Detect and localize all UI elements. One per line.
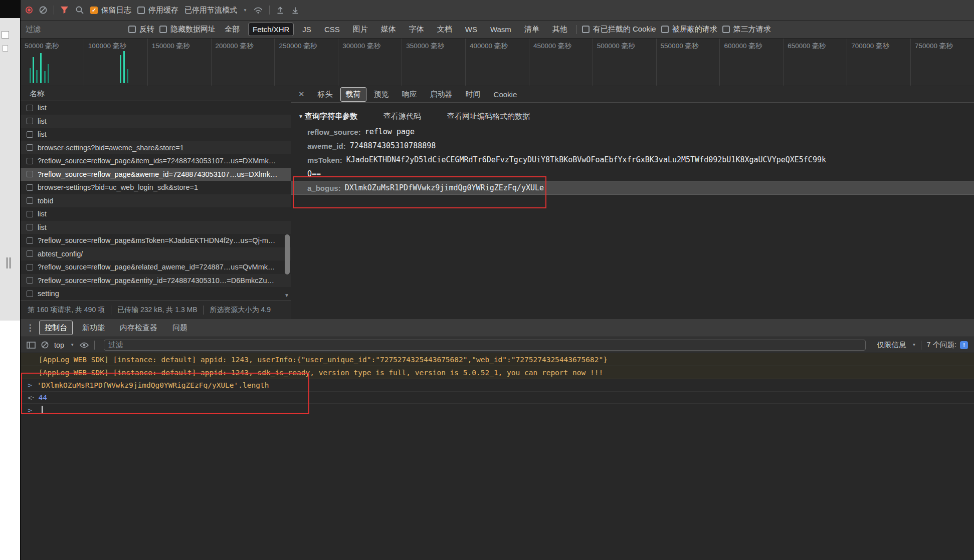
checkbox-unchecked-icon — [661, 26, 669, 33]
filter-type-all[interactable]: 全部 — [221, 23, 244, 36]
filter-type-media[interactable]: 媒体 — [377, 23, 400, 36]
request-list-header: 名称 — [21, 86, 291, 101]
live-expression-eye-icon[interactable] — [79, 342, 89, 349]
request-checkbox[interactable] — [27, 144, 33, 151]
record-network-log-icon[interactable] — [26, 7, 33, 14]
divider — [204, 306, 204, 315]
tab-cookies[interactable]: Cookie — [489, 88, 522, 101]
tab-timing[interactable]: 时间 — [461, 88, 486, 101]
export-har-icon[interactable] — [291, 6, 300, 15]
blocked-requests-label: 被屏蔽的请求 — [672, 25, 717, 34]
close-icon[interactable]: ✕ — [298, 90, 305, 99]
filter-type-fetch-xhr[interactable]: Fetch/XHR — [249, 23, 293, 36]
filter-type-manifest[interactable]: 清单 — [520, 23, 543, 36]
request-checkbox[interactable] — [27, 291, 33, 297]
preserve-log-toggle[interactable]: 保留日志 — [90, 6, 131, 15]
request-checkbox[interactable] — [27, 211, 33, 217]
issues-counter[interactable]: 7 个问题: ! — [926, 340, 968, 350]
request-checkbox[interactable] — [27, 105, 33, 111]
request-checkbox[interactable] — [27, 158, 33, 164]
filter-type-wasm[interactable]: Wasm — [486, 23, 515, 36]
filter-type-font[interactable]: 字体 — [405, 23, 428, 36]
request-row[interactable]: list — [21, 221, 291, 234]
console-sidebar-icon[interactable] — [27, 341, 36, 349]
console-warning-message[interactable]: [AppLog WEB SDK] [instance: default] app… — [21, 353, 974, 366]
view-url-encoded-link[interactable]: 查看网址编码格式的数据 — [447, 112, 530, 121]
request-row[interactable]: setting — [21, 287, 291, 301]
network-overview[interactable]: 50000 毫秒 100000 毫秒 150000 毫秒 200000 毫秒 2… — [21, 39, 974, 86]
scrollbar-down-arrow-icon[interactable]: ▼ — [284, 293, 289, 298]
request-row[interactable]: ?reflow_source=reflow_page&related_aweme… — [21, 260, 291, 274]
request-row[interactable]: list — [21, 207, 291, 221]
request-row[interactable]: browser-settings?bid=uc_web_login_sdk&st… — [21, 181, 291, 194]
request-checkbox[interactable] — [27, 224, 33, 230]
request-checkbox[interactable] — [27, 171, 33, 177]
request-name: browser-settings?bid=uc_web_login_sdk&st… — [38, 183, 198, 191]
page-background — [0, 321, 20, 560]
query-string-title[interactable]: 查询字符串参数 — [305, 112, 357, 121]
request-checkbox[interactable] — [27, 250, 33, 257]
import-har-icon[interactable] — [276, 6, 285, 15]
hide-data-urls-toggle[interactable]: 隐藏数据网址 — [159, 25, 216, 34]
filter-type-doc[interactable]: 文档 — [433, 23, 456, 36]
filter-type-css[interactable]: CSS — [320, 23, 344, 36]
request-list: list list list browser-settings?bid=awem… — [21, 101, 291, 301]
more-options-icon[interactable]: ⋮ — [26, 323, 35, 333]
tab-headers[interactable]: 标头 — [313, 88, 338, 101]
request-row[interactable]: abtest_config/ — [21, 247, 291, 261]
blocked-requests-toggle[interactable]: 被屏蔽的请求 — [661, 25, 717, 34]
request-row[interactable]: ?reflow_source=reflow_page&item_ids=7248… — [21, 154, 291, 168]
filter-type-img[interactable]: 图片 — [349, 23, 372, 36]
checkbox-unchecked-icon — [128, 26, 136, 33]
tab-whats-new[interactable]: 新功能 — [77, 321, 110, 335]
dock-splitter-handle[interactable] — [7, 257, 11, 268]
tab-console[interactable]: 控制台 — [40, 321, 72, 335]
request-row[interactable]: tobid — [21, 194, 291, 208]
browser-page-edge — [0, 0, 20, 560]
request-row[interactable]: ?reflow_source=reflow_page&entity_id=724… — [21, 274, 291, 288]
page-widget — [2, 31, 9, 39]
request-checkbox[interactable] — [27, 197, 33, 204]
filter-type-js[interactable]: JS — [298, 23, 315, 36]
console-drawer: ⋮ 控制台 新功能 内存检查器 问题 top ▼ — [21, 319, 974, 560]
request-checkbox[interactable] — [27, 264, 33, 270]
clear-console-icon[interactable] — [41, 341, 49, 349]
throttling-dropdown[interactable]: 已停用节流模式 ▼ — [184, 6, 247, 15]
filter-type-ws[interactable]: WS — [461, 23, 481, 36]
request-row[interactable]: list — [21, 101, 291, 115]
request-checkbox[interactable] — [27, 277, 33, 284]
console-context-selector[interactable]: top ▼ — [54, 341, 74, 349]
request-checkbox[interactable] — [27, 131, 33, 138]
tab-response[interactable]: 响应 — [397, 88, 422, 101]
request-row[interactable]: list — [21, 128, 291, 141]
tab-memory-inspector[interactable]: 内存检查器 — [115, 321, 162, 335]
request-checkbox[interactable] — [27, 184, 33, 191]
network-toolbar: 保留日志 停用缓存 已停用节流模式 ▼ — [21, 0, 974, 21]
blocked-cookies-toggle[interactable]: 有已拦截的 Cookie — [582, 25, 656, 34]
request-row[interactable]: ?reflow_source=reflow_page&msToken=KJado… — [21, 234, 291, 247]
tab-preview[interactable]: 预览 — [369, 88, 394, 101]
tab-issues[interactable]: 问题 — [167, 321, 192, 335]
request-row[interactable]: browser-settings?bid=aweme_share&store=1 — [21, 141, 291, 155]
request-row[interactable]: list — [21, 115, 291, 128]
scrollbar-thumb[interactable] — [285, 234, 290, 274]
invert-filter-toggle[interactable]: 反转 — [128, 25, 154, 34]
tab-initiator[interactable]: 启动器 — [425, 88, 458, 101]
filter-type-other[interactable]: 其他 — [548, 23, 571, 36]
request-checkbox[interactable] — [27, 237, 33, 244]
filter-funnel-icon[interactable] — [60, 6, 69, 14]
network-filter-input[interactable]: 过滤 — [26, 25, 123, 34]
tab-payload[interactable]: 载荷 — [341, 88, 366, 101]
request-checkbox[interactable] — [27, 118, 33, 124]
view-source-link[interactable]: 查看源代码 — [383, 112, 421, 121]
request-name: tobid — [38, 197, 53, 205]
network-conditions-icon[interactable] — [253, 6, 263, 14]
search-icon[interactable] — [75, 6, 84, 15]
console-filter-input[interactable]: 过滤 — [104, 340, 866, 351]
log-level-dropdown[interactable]: 仅限信息 ▼ — [877, 340, 916, 350]
disable-cache-toggle[interactable]: 停用缓存 — [137, 6, 178, 15]
clear-network-log-icon[interactable] — [39, 6, 48, 15]
collapse-triangle-icon[interactable]: ▼ — [298, 114, 303, 119]
third-party-toggle[interactable]: 第三方请求 — [722, 25, 771, 34]
request-row-selected[interactable]: ?reflow_source=reflow_page&aweme_id=7248… — [21, 168, 291, 181]
